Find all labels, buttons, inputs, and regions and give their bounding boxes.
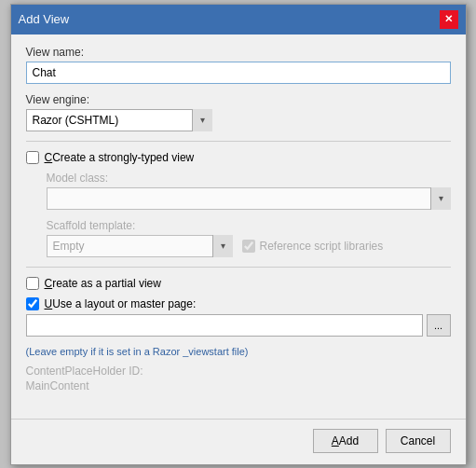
view-name-label: View name: — [26, 46, 451, 59]
scaffold-select-wrapper: Empty Create Delete Details Edit List ▾ — [47, 235, 233, 257]
dialog-title: Add View — [19, 12, 70, 26]
model-class-select[interactable] — [47, 187, 451, 210]
layout-input-row: ... — [26, 314, 451, 337]
strongly-typed-label: CCreate a strongly-typed view — [45, 151, 195, 164]
reference-scripts-label: Reference script libraries — [260, 240, 384, 253]
title-bar: Add View ✕ — [11, 5, 466, 34]
add-button[interactable]: AAdd — [313, 429, 378, 453]
strongly-typed-checkbox[interactable] — [26, 151, 39, 164]
view-name-input[interactable] — [26, 62, 451, 84]
view-engine-select-wrapper: Razor (CSHTML) ASPX ▾ — [26, 109, 212, 131]
separator-1 — [26, 141, 451, 142]
scaffold-section: Scaffold template: Empty Create Delete D… — [26, 219, 451, 257]
layout-checkbox[interactable] — [26, 297, 39, 310]
partial-view-checkbox[interactable] — [26, 277, 39, 290]
dialog-footer: AAdd Cancel — [11, 419, 466, 464]
model-class-label: Model class: — [47, 172, 451, 185]
browse-button[interactable]: ... — [427, 314, 451, 337]
partial-view-row: Create as a partial view — [26, 277, 451, 290]
view-engine-label: View engine: — [26, 93, 451, 106]
layout-path-input[interactable] — [26, 314, 423, 337]
layout-checkbox-row: UUse a layout or master page: — [26, 297, 451, 310]
view-engine-section: View engine: Razor (CSHTML) ASPX ▾ — [26, 93, 451, 131]
scaffold-row: Empty Create Delete Details Edit List ▾ … — [47, 235, 451, 257]
content-placeholder-label: ContentPlaceHolder ID: — [26, 365, 451, 378]
strongly-typed-row: CCreate a strongly-typed view — [26, 151, 451, 164]
separator-2 — [26, 267, 451, 268]
layout-hint: (Leave empty if it is set in a Razor _vi… — [26, 346, 451, 357]
strongly-typed-label-text: C — [45, 151, 53, 164]
cancel-button[interactable]: Cancel — [386, 429, 451, 453]
reference-scripts-row: Reference script libraries — [242, 240, 384, 253]
add-view-dialog: Add View ✕ View name: View engine: Razor… — [10, 4, 467, 465]
partial-view-label: Create as a partial view — [45, 277, 161, 290]
model-class-select-wrapper: ▾ — [47, 187, 451, 210]
model-class-section: Model class: ▾ — [26, 172, 451, 210]
reference-scripts-checkbox[interactable] — [242, 240, 255, 253]
view-name-section: View name: — [26, 46, 451, 84]
scaffold-label: Scaffold template: — [47, 219, 451, 232]
scaffold-select[interactable]: Empty Create Delete Details Edit List — [47, 235, 233, 257]
layout-label: UUse a layout or master page: — [45, 297, 197, 310]
view-engine-select[interactable]: Razor (CSHTML) ASPX — [26, 109, 212, 131]
dialog-body: View name: View engine: Razor (CSHTML) A… — [11, 34, 466, 413]
close-button[interactable]: ✕ — [440, 10, 458, 29]
content-placeholder-section: ContentPlaceHolder ID: MainContent — [26, 365, 451, 392]
content-placeholder-value: MainContent — [26, 379, 451, 392]
